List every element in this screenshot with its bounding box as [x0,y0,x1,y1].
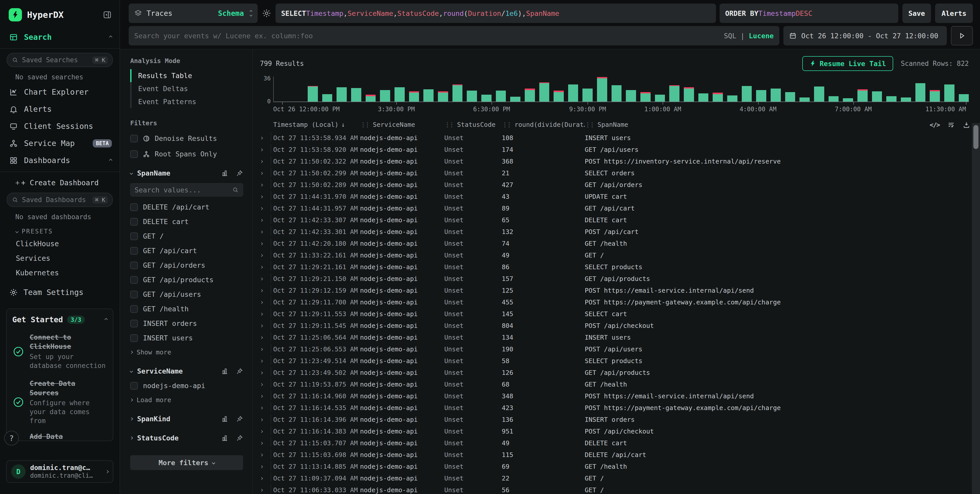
filter-option[interactable]: GET / [130,232,243,240]
histogram-bar[interactable] [611,85,622,102]
histogram-bar[interactable] [496,91,506,102]
expand-row-icon[interactable]: › [260,404,273,411]
histogram-bar[interactable] [756,90,766,102]
histogram-bar[interactable] [785,92,795,102]
expand-row-icon[interactable]: › [260,298,273,306]
histogram-bar[interactable] [423,89,434,102]
checkbox[interactable] [130,135,138,142]
checkbox[interactable] [130,276,138,284]
histogram-bar[interactable] [655,95,665,102]
th-timestamp[interactable]: Timestamp (Local)↓ [273,121,360,128]
expand-row-icon[interactable]: › [260,169,273,177]
filter-option[interactable]: GET /api/users [130,291,243,298]
th-statuscode[interactable]: ⋮⋮StatusCode [444,121,502,128]
pin-icon[interactable] [236,415,243,423]
histogram-bar[interactable] [944,84,955,102]
sidebar-item-dashboards[interactable]: Dashboards [0,152,119,169]
load-more-button[interactable]: Load more [130,396,243,403]
select-query-input[interactable]: SELECT Timestamp,ServiceName,StatusCode,… [275,3,716,23]
histogram-bar[interactable] [539,83,549,102]
schema-link[interactable]: Schema [218,9,244,17]
pin-icon[interactable] [236,435,243,442]
histogram-bar[interactable] [886,96,897,102]
get-started-step[interactable]: Add Data [12,432,107,441]
pin-icon[interactable] [236,170,243,177]
checkbox[interactable] [130,382,138,390]
th-duration[interactable]: ⋮⋮round(divide(Durat… [502,121,585,128]
histogram-bar[interactable] [872,91,882,102]
histogram-bar[interactable] [525,89,535,102]
expand-row-icon[interactable]: › [260,474,273,482]
expand-row-icon[interactable]: › [260,204,273,212]
source-select[interactable]: Traces Schema [129,3,258,23]
create-dashboard-button[interactable]: + + Create Dashboard [0,175,119,191]
table-row[interactable]: ›Oct 27 11:44:31.957 AMnodejs-demo-apiUn… [260,202,969,214]
sidebar-item-alerts[interactable]: Alerts [0,100,119,118]
drag-handle-icon[interactable]: ⋮⋮ [585,121,593,128]
table-row[interactable]: ›Oct 27 11:16:14.383 AMnodejs-demo-apiUn… [260,426,969,437]
histogram-bar[interactable] [380,90,390,102]
checkbox[interactable] [130,232,138,240]
expand-row-icon[interactable]: › [260,216,273,224]
table-row[interactable]: ›Oct 27 11:33:22.161 AMnodejs-demo-apiUn… [260,249,969,261]
sql-toggle[interactable]: SQL [724,32,737,40]
table-row[interactable]: ›Oct 27 11:23:49.514 AMnodejs-demo-apiUn… [260,355,969,367]
saved-dashboards-input[interactable]: Saved Dashboards ⌘ K [6,193,113,207]
histogram-bar[interactable] [510,97,520,102]
drag-handle-icon[interactable]: ⋮⋮ [502,121,511,128]
user-menu[interactable]: D dominic.tran@c… dominic.tran@cli… [6,460,113,483]
preset-clickhouse[interactable]: ClickHouse [0,237,119,251]
table-row[interactable]: ›Oct 27 11:16:14.960 AMnodejs-demo-apiUn… [260,390,969,402]
scrollbar-thumb[interactable] [974,125,978,149]
expand-row-icon[interactable]: › [260,134,273,141]
filter-option[interactable]: nodejs-demo-api [130,382,243,390]
view-sql-icon[interactable]: </> [930,121,940,129]
filter-option[interactable]: GET /health [130,305,243,313]
table-row[interactable]: ›Oct 27 11:44:31.970 AMnodejs-demo-apiUn… [260,191,969,202]
expand-row-icon[interactable]: › [260,193,273,200]
checkbox[interactable] [130,334,138,342]
histogram-bar[interactable] [858,89,868,102]
table-row[interactable]: ›Oct 27 11:25:06.564 AMnodejs-demo-apiUn… [260,332,969,343]
table-row[interactable]: ›Oct 27 11:29:12.159 AMnodejs-demo-apiUn… [260,284,969,296]
pin-icon[interactable] [236,368,243,375]
checkbox[interactable] [130,218,138,226]
run-query-button[interactable] [951,26,973,45]
filter-option[interactable]: GET /api/cart [130,247,243,255]
resume-live-tail-button[interactable]: Resume Live Tail [802,56,893,71]
preset-services[interactable]: Services [0,251,119,265]
save-button[interactable]: Save [902,3,931,23]
histogram-bar[interactable] [814,86,824,102]
denoise-results-toggle[interactable]: Denoise Results [130,135,243,142]
histogram-bar[interactable] [640,92,651,102]
th-spanname[interactable]: ⋮⋮SpanName [585,121,969,128]
histogram-bar[interactable] [568,84,578,102]
table-row[interactable]: ›Oct 27 11:19:53.875 AMnodejs-demo-apiUn… [260,378,969,390]
checkbox[interactable] [130,150,138,158]
expand-row-icon[interactable]: › [260,287,273,294]
filter-group-header[interactable]: SpanName [130,169,243,177]
histogram-bar[interactable] [452,84,463,102]
checkbox[interactable] [130,262,138,269]
drag-handle-icon[interactable]: ⋮⋮ [360,121,369,128]
expand-row-icon[interactable]: › [260,462,273,470]
expand-row-icon[interactable]: › [260,380,273,388]
table-row[interactable]: ›Oct 27 11:16:14.396 AMnodejs-demo-apiUn… [260,414,969,426]
presets-section[interactable]: PRESETS [0,223,119,237]
histogram-bar[interactable] [554,91,564,102]
checkbox[interactable] [130,247,138,255]
table-row[interactable]: ›Oct 27 11:15:03.698 AMnodejs-demo-apiUn… [260,449,969,461]
expand-row-icon[interactable]: › [260,251,273,259]
sidebar-item-service-map[interactable]: Service Map BETA [0,135,119,152]
filter-group-header[interactable]: SpanKind [130,415,243,423]
histogram-bar[interactable] [395,87,405,102]
histogram-bar[interactable] [351,88,361,102]
histogram-bar[interactable] [829,96,839,102]
vertical-scrollbar[interactable] [972,123,980,494]
histogram-bar[interactable] [366,95,376,102]
histogram-bar[interactable] [322,94,332,102]
mini-chart-icon[interactable] [221,368,228,375]
histogram-bar[interactable] [901,97,911,102]
mode-results-table[interactable]: Results Table [130,69,243,82]
histogram-bar[interactable] [727,95,737,102]
